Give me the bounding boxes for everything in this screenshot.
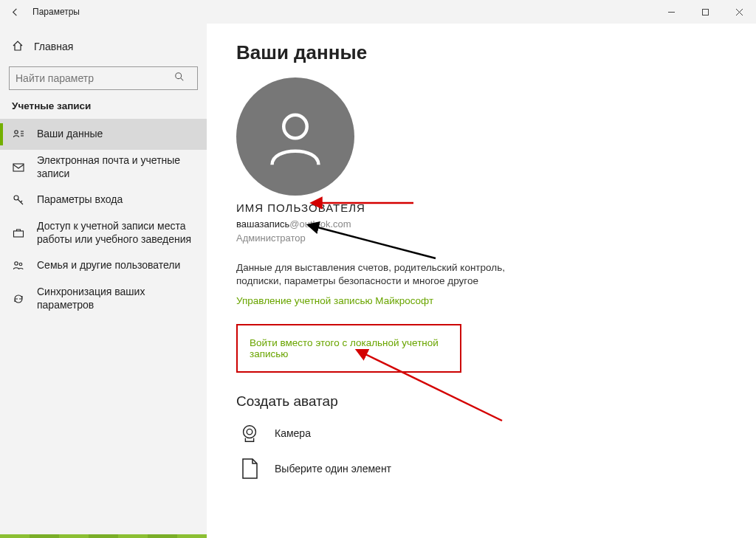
username-text: ИМЯ ПОЛЬЗОВАТЕЛЯ [236, 201, 756, 214]
sync-icon [12, 292, 25, 306]
local-account-signin-link[interactable]: Войти вместо этого с локальной учетной з… [250, 337, 448, 359]
user-avatar-icon [262, 103, 329, 170]
sidebar-item-label: Ваши данные [37, 128, 198, 141]
camera-option[interactable]: Камера [236, 420, 756, 446]
svg-point-2 [176, 73, 182, 79]
browse-option[interactable]: Выберите один элемент [236, 455, 756, 482]
back-arrow-icon [10, 7, 21, 18]
browse-label: Выберите один элемент [275, 463, 391, 475]
sidebar-item-your-info[interactable]: Ваши данные [0, 119, 207, 150]
minimize-icon [667, 8, 676, 16]
local-login-highlight-box: Войти вместо этого с локальной учетной з… [236, 324, 461, 373]
envelope-icon [12, 161, 25, 174]
maximize-icon [701, 8, 709, 16]
search-icon [174, 72, 185, 84]
person-card-icon [12, 128, 25, 141]
sidebar-item-family-users[interactable]: Семья и другие пользователи [0, 250, 207, 281]
sidebar-item-label: Семья и другие пользователи [37, 259, 198, 272]
page-title: Ваши данные [236, 41, 756, 64]
search-wrap [9, 66, 198, 90]
back-button[interactable] [0, 0, 30, 24]
key-icon [12, 193, 25, 207]
sidebar-item-label: Доступ к учетной записи места работы или… [37, 220, 198, 246]
home-label: Главная [34, 41, 73, 52]
browse-file-icon [236, 455, 263, 482]
maximize-button[interactable] [688, 0, 722, 24]
email-domain-part: @outlook.com [289, 218, 351, 230]
svg-rect-10 [14, 231, 24, 237]
sidebar-item-signin-options[interactable]: Параметры входа [0, 184, 207, 215]
close-icon [735, 8, 743, 16]
sidebar-section-title: Учетные записи [0, 100, 207, 119]
titlebar: Параметры [0, 0, 756, 24]
search-input[interactable] [9, 66, 198, 90]
sidebar-item-label: Параметры входа [37, 193, 198, 207]
create-avatar-header: Создать аватар [236, 393, 756, 410]
avatar [236, 77, 354, 196]
minimize-button[interactable] [654, 0, 688, 24]
window-title: Параметры [32, 7, 80, 17]
sidebar-item-email-accounts[interactable]: Электронная почта и учетные записи [0, 150, 207, 184]
sidebar: Главная Учетные записи Ваши данные Элект… [0, 24, 207, 538]
home-icon [12, 40, 24, 54]
svg-point-13 [284, 115, 307, 139]
svg-point-11 [15, 262, 18, 265]
home-button[interactable]: Главная [0, 32, 207, 61]
svg-point-4 [15, 131, 18, 134]
window-controls [654, 0, 756, 24]
sidebar-item-work-access[interactable]: Доступ к учетной записи места работы или… [0, 215, 207, 250]
account-email: вашазапись@outlook.com [236, 218, 756, 230]
sidebar-item-label: Электронная почта и учетные записи [37, 154, 198, 180]
email-user-part: вашазапись [236, 218, 289, 230]
svg-line-3 [181, 78, 184, 81]
taskbar-strip [0, 534, 207, 538]
svg-point-14 [244, 426, 256, 438]
people-icon [12, 259, 25, 272]
manage-microsoft-account-link[interactable]: Управление учетной записью Майкрософт [236, 295, 433, 306]
briefcase-icon [12, 227, 25, 240]
camera-label: Камера [275, 427, 311, 439]
main-content: Ваши данные ИМЯ ПОЛЬЗОВАТЕЛЯ вашазапись@… [207, 24, 756, 538]
account-description: Данные для выставления счетов, родительс… [236, 261, 517, 288]
sidebar-item-label: Синхронизация ваших параметров [37, 286, 198, 311]
svg-rect-8 [13, 164, 24, 171]
sidebar-item-sync-settings[interactable]: Синхронизация ваших параметров [0, 281, 207, 316]
camera-icon [236, 420, 263, 446]
svg-rect-1 [702, 9, 708, 15]
account-role: Администратор [236, 232, 756, 244]
svg-point-15 [247, 430, 252, 435]
close-button[interactable] [722, 0, 756, 24]
svg-point-12 [19, 263, 22, 266]
